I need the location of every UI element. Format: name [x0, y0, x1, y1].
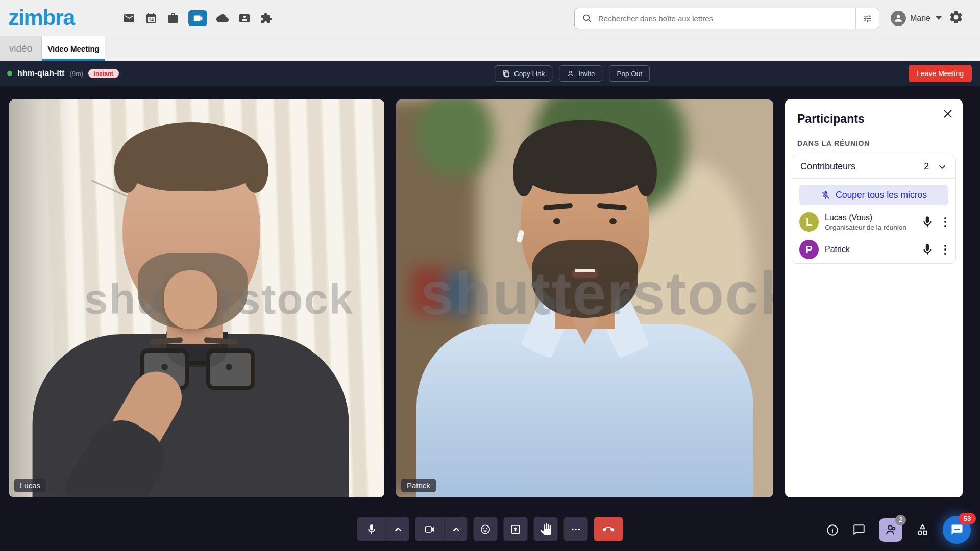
filter-tune-icon: [863, 14, 872, 23]
participants-icon: [884, 523, 898, 537]
meeting-stage: shutterstock Lucas shutterstock: [0, 86, 980, 551]
gear-icon: [948, 10, 964, 25]
participant-row: P Patrick: [792, 236, 955, 263]
hang-up-button[interactable]: [594, 517, 623, 541]
mic-options-button[interactable]: [386, 517, 409, 541]
lucas-glasses-bridge: [188, 361, 207, 365]
status-dot: [7, 71, 12, 76]
chat-bubble-icon: [950, 523, 964, 537]
user-name: Marie: [910, 14, 930, 23]
copy-icon: [502, 70, 510, 78]
hang-up-icon: [603, 523, 615, 535]
camera-options-button[interactable]: [445, 517, 468, 541]
user-menu[interactable]: Marie: [891, 0, 942, 36]
share-screen-icon: [510, 523, 522, 535]
briefcase-icon[interactable]: [166, 12, 180, 25]
calendar-day: 14: [149, 17, 154, 22]
tab-video-meeting[interactable]: Video Meeting: [42, 36, 105, 61]
person-icon: [893, 13, 903, 23]
microphone-button[interactable]: [357, 517, 386, 541]
calendar-icon[interactable]: 14: [144, 12, 158, 25]
cloud-icon[interactable]: [216, 12, 229, 25]
participants-toggle-button[interactable]: 2: [879, 518, 902, 542]
camera-control-group: [415, 517, 468, 541]
leave-meeting-button[interactable]: Leave Meeting: [909, 65, 972, 82]
close-panel-button[interactable]: [942, 108, 953, 119]
participant-menu-button[interactable]: [942, 243, 948, 257]
chat-fab-button[interactable]: 53: [943, 516, 971, 544]
patrick-eye: [553, 218, 560, 224]
participant-row: L Lucas (Vous) Organisateur de la réunio…: [792, 208, 955, 236]
chevron-up-icon: [450, 523, 462, 535]
video-tile-lucas[interactable]: shutterstock Lucas: [9, 99, 384, 497]
avatar: P: [799, 240, 819, 259]
meeting-info-button[interactable]: [826, 523, 839, 537]
mic-icon: [366, 523, 378, 535]
mic-off-icon: [821, 190, 830, 200]
mic-icon[interactable]: [921, 215, 934, 229]
comments-button[interactable]: [852, 523, 866, 537]
user-avatar: [891, 11, 906, 26]
participant-role: Organisateur de la réunion: [825, 223, 921, 231]
utility-buttons: 2 53: [826, 516, 971, 544]
breakout-shapes-button[interactable]: [916, 523, 929, 537]
shapes-icon: [916, 523, 929, 537]
copy-link-label: Copy Link: [514, 70, 545, 78]
pop-out-label: Pop Out: [617, 70, 642, 78]
contributors-label: Contributeurs: [800, 161, 924, 172]
apps-puzzle-icon[interactable]: [260, 12, 273, 25]
reactions-button[interactable]: [474, 517, 498, 541]
patrick-eye: [609, 218, 617, 224]
participant-info: Lucas (Vous) Organisateur de la réunion: [825, 213, 921, 231]
meeting-type-badge: Instant: [88, 69, 119, 78]
participants-count-badge: 2: [895, 515, 906, 525]
mute-all-label: Couper tous les micros: [836, 190, 927, 201]
camera-button[interactable]: [415, 517, 445, 541]
emoji-icon: [480, 523, 492, 535]
panel-section-label: DANS LA RÉUNION: [785, 126, 963, 155]
plant: [416, 99, 493, 176]
tab-video[interactable]: vidéo: [0, 36, 42, 61]
panel-title: Participants: [785, 99, 963, 126]
mute-all-button[interactable]: Couper tous les micros: [799, 185, 948, 205]
lucas-hand: [164, 270, 217, 329]
zimbra-logo: zimbra: [8, 5, 75, 30]
app-nav-icons: 14: [122, 0, 273, 36]
mail-icon[interactable]: [122, 12, 136, 25]
search-input[interactable]: [598, 14, 855, 23]
invite-label: Invite: [578, 70, 595, 78]
search-filter-button[interactable]: [855, 8, 879, 29]
pop-out-button[interactable]: Pop Out: [609, 65, 650, 82]
info-icon: [826, 523, 839, 537]
patrick-teeth: [575, 269, 595, 272]
share-screen-button[interactable]: [504, 517, 528, 541]
participant-name-label: Patrick: [401, 479, 436, 492]
chevron-down-icon: [937, 162, 947, 172]
lucas-eye: [226, 364, 232, 370]
patrick-shirt: [416, 324, 753, 497]
participant-name-label: Lucas: [14, 479, 46, 492]
search-icon: [582, 13, 592, 23]
chevron-down-icon: [936, 16, 942, 20]
meeting-info: hhm-qiah-itt (9m) Instant: [7, 69, 119, 78]
hand-icon: [540, 523, 552, 535]
raise-hand-button[interactable]: [534, 517, 558, 541]
participant-name: Lucas (Vous): [825, 213, 921, 222]
close-icon: [942, 108, 953, 119]
contributors-group: Contributeurs 2 Couper tous les micros L…: [792, 155, 956, 264]
copy-link-button[interactable]: Copy Link: [495, 65, 552, 82]
camera-icon: [424, 523, 436, 535]
contributors-header[interactable]: Contributeurs 2: [792, 155, 955, 179]
video-tile-patrick[interactable]: shutterstock Patrick: [396, 99, 773, 497]
mic-icon[interactable]: [921, 243, 934, 256]
contacts-icon[interactable]: [238, 12, 251, 25]
invite-person-icon: [567, 70, 574, 78]
chat-unread-badge: 53: [959, 513, 976, 524]
invite-button[interactable]: Invite: [559, 65, 602, 82]
more-options-button[interactable]: [564, 517, 588, 541]
settings-button[interactable]: [948, 10, 964, 27]
video-icon[interactable]: [188, 10, 207, 26]
search-bar: [574, 8, 879, 29]
participant-menu-button[interactable]: [942, 215, 948, 229]
meeting-title: hhm-qiah-itt: [17, 69, 64, 78]
